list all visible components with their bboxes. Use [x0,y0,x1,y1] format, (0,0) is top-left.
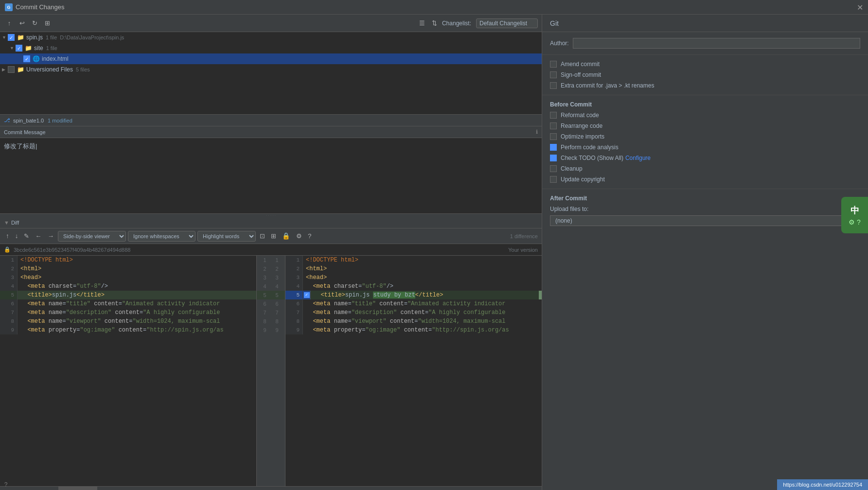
git-todo-label: Check TODO (Show All) [561,155,623,161]
diff-whitespace-dropdown[interactable]: Ignore whitespaces [128,231,195,242]
window-title: Commit Changes [16,3,64,11]
diff-settings2-button[interactable]: ⊞ [269,231,278,242]
diff-settings3-button[interactable]: ⚙ [294,231,304,242]
git-optimize-checkbox[interactable] [550,133,557,140]
diff-back-button[interactable]: ← [33,231,43,242]
git-configure-link[interactable]: Configure [625,155,651,161]
diff-right-line-5: 5 ✓ <title>spin.js study by bzt</title> [285,291,542,299]
tree-item-site[interactable]: ▼ ✓ 📁 site 1 file [0,43,542,53]
tree-checkbox-indexhtml[interactable]: ✓ [23,55,30,62]
git-rearrange-checkbox[interactable] [550,122,557,129]
diff-checkbox-icon[interactable]: ✓ [304,292,310,298]
diff-edit-button[interactable]: ✎ [22,231,31,242]
undo-button[interactable]: ↩ [17,18,27,29]
status-bar: ⎇ spin_bate1.0 1 modified [0,115,542,126]
git-author-row: Author: [550,38,860,49]
upload-files-dropdown[interactable]: (none) [550,215,860,226]
tree-checkbox-spinjs[interactable]: ✓ [8,34,15,41]
close-button[interactable]: ✕ [857,2,863,12]
git-todo-row: ✓ Check TODO (Show All) Configure [550,155,860,161]
bottom-help-button[interactable]: ? [0,479,12,490]
git-copyright-row: Update copyright [550,176,860,183]
diff-next-change-button[interactable]: ↓ [13,231,20,242]
diff-scrollbar-thumb[interactable] [58,487,97,490]
diff-center-nums: 11 22 33 44 55 66 77 88 99 [257,256,285,334]
diff-right-panel[interactable]: 1 <!DOCTYPE html> 2 <html> 3 <head> [285,256,542,486]
update-button[interactable]: ↑ [4,18,15,29]
float-gear-icon[interactable]: ⚙ [849,218,855,226]
diff-difference-label: 1 difference [315,233,538,239]
git-extra-commit-checkbox[interactable] [550,82,557,89]
diff-left-panel[interactable]: 1 <!DOCTYPE html> 2 <html> 3 <head> [0,256,256,486]
tree-checkbox-site[interactable]: ✓ [16,45,22,52]
diff-viewer-dropdown[interactable]: Side-by-side viewer [58,231,126,242]
git-todo-checkbox[interactable]: ✓ [550,155,557,161]
commit-info-icon[interactable]: ℹ [536,129,538,135]
float-char-label: 中 [850,205,859,216]
git-cleanup-row: Cleanup [550,165,860,172]
diff-content: 1 <!DOCTYPE html> 2 <html> 3 <head> [0,256,542,486]
diff-help-button[interactable]: ? [306,231,313,242]
commit-message-header: Commit Message ℹ [0,126,542,138]
diff-lock-button[interactable]: 🔒 [280,231,292,242]
diff-left-line-4: 4 <meta charset="utf-8"/> [0,282,256,291]
diff-collapse-icon[interactable]: ▼ [4,220,9,226]
file-tree: ▼ ✓ 📁 spin.js 1 file D:\Data\JavaProject… [0,32,542,115]
layout-button[interactable]: ⊞ [42,18,53,29]
tree-meta-unversioned: 5 files [76,67,90,72]
diff-scrollbar[interactable] [0,486,542,490]
git-reformat-row: Reformat code [550,112,860,119]
git-reformat-label: Reformat code [561,112,599,119]
tree-item-indexhtml[interactable]: ✓ 🌐 index.html [0,53,542,64]
git-copyright-label: Update copyright [561,176,605,183]
tree-item-unversioned[interactable]: ▶ 📁 Unversioned Files 5 files [0,64,542,75]
upload-files-label: Upload files to: [550,206,860,212]
diff-center-divider: 11 22 33 44 55 66 77 88 99 [256,256,285,486]
filter-button[interactable]: ☰ [417,18,427,29]
tree-meta-spinjs: 1 file [46,35,57,40]
diff-prev-change-button[interactable]: ↑ [4,231,11,242]
git-author-input[interactable] [573,38,860,49]
diff-right-line-6: 6 <meta name="title" content="Animated a… [285,299,542,308]
diff-section-header: ▼ Diff [0,217,542,228]
diff-right-line-1: 1 <!DOCTYPE html> [285,256,542,264]
diff-highlight-dropdown[interactable]: Highlight words [197,231,256,242]
git-copyright-checkbox[interactable] [550,176,557,183]
git-rearrange-label: Rearrange code [561,122,602,129]
tree-arrow-unversioned: ▶ [2,67,8,72]
git-reformat-checkbox[interactable] [550,112,557,119]
after-commit-title: After Commit [550,195,860,202]
git-codeanalysis-checkbox[interactable]: ✓ [550,144,557,151]
diff-settings1-button[interactable]: ⊡ [258,231,267,242]
commit-message-body[interactable]: 修改了标题 [0,138,542,213]
right-panel: Git Author: Amend commit Sign-off commit… [542,15,868,490]
changelist-dropdown[interactable]: Default Changelist [476,18,538,28]
float-question-icon[interactable]: ? [857,218,861,226]
git-amend-checkbox[interactable] [550,61,557,68]
app-icon: G [5,3,13,11]
git-author-section: Author: [542,32,868,55]
commit-text: 修改了标题 [4,142,37,150]
expand-button[interactable]: ⇅ [429,18,440,29]
modified-count: 1 modified [48,118,72,123]
refresh-button[interactable]: ↻ [29,18,40,29]
branch-name: spin_bate1.0 [13,118,44,123]
title-bar: G Commit Changes ✕ [0,0,868,15]
tree-path-spinjs: D:\Data\JavaProject\spin.js [60,35,124,40]
git-cleanup-checkbox[interactable] [550,165,557,172]
tree-meta-site: 1 file [46,45,57,51]
diff-right-gutter-changed [539,291,542,299]
diff-left-line-5: 5 <title>spin.js</title> [0,291,256,299]
git-signoff-row: Sign-off commit [550,71,860,78]
commit-message-area: Commit Message ℹ 修改了标题 [0,126,542,214]
float-icons: ⚙ ? [849,218,861,226]
git-signoff-checkbox[interactable] [550,71,557,78]
diff-lock-icon: 🔒 [4,246,11,253]
git-signoff-label: Sign-off commit [561,71,601,78]
tree-checkbox-unversioned[interactable] [8,66,15,73]
tree-name-spinjs: spin.js [26,34,43,41]
floating-widget[interactable]: 中 ⚙ ? [841,197,868,233]
diff-forward-button[interactable]: → [46,231,56,242]
tree-item-spinjs[interactable]: ▼ ✓ 📁 spin.js 1 file D:\Data\JavaProject… [0,32,542,43]
left-panel: ↑ ↩ ↻ ⊞ ☰ ⇅ Changelist: Default Changeli… [0,15,542,490]
